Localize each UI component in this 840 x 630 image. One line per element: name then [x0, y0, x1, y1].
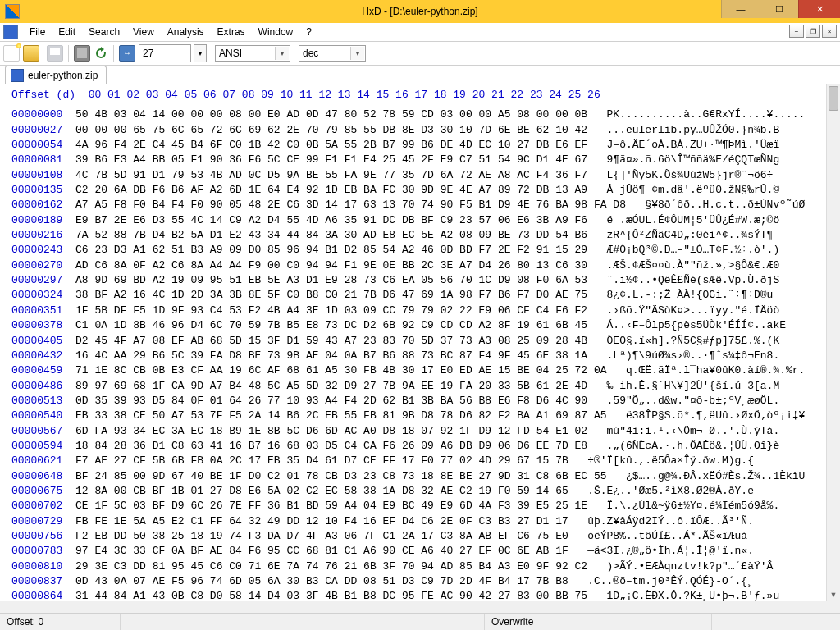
menu-edit[interactable]: Edit [52, 25, 82, 39]
scrollbar-thumb[interactable] [829, 86, 838, 111]
status-empty [712, 614, 840, 630]
tab-strip: euler-python.zip [0, 66, 840, 84]
hex-header: Offset (d) 00 01 02 03 04 05 06 07 08 09… [11, 88, 840, 103]
chevron-down-icon: ▾ [275, 47, 289, 60]
new-file-button[interactable] [3, 45, 20, 62]
document-icon [3, 25, 18, 39]
save-button[interactable] [47, 45, 63, 62]
app-icon [5, 4, 20, 19]
hex-row[interactable]: 00000324 38 BF A2 16 4C 1D 2D 3A 3B 8E 5… [11, 288, 840, 303]
status-bar: Offset: 0 Overwrite [0, 613, 840, 630]
hex-row[interactable]: 00000135 C2 20 6A DB F6 B6 AF A2 6D 1E 6… [11, 183, 840, 198]
hex-row[interactable]: 00000540 EB 33 38 CE 50 A7 53 7F F5 2A 1… [11, 409, 840, 423]
hex-row[interactable]: 00000621 F7 AE 27 CF 5B 6B FB 0A 2C 17 E… [11, 454, 840, 468]
hex-row[interactable]: 00000513 0D 35 39 93 D5 84 0F 01 64 26 7… [11, 394, 840, 409]
status-mode: Overwrite [485, 614, 712, 630]
menu-view[interactable]: View [126, 25, 161, 39]
number-base-value: dec [303, 48, 318, 59]
hex-row[interactable]: 00000567 6D FA 93 34 EC 3A EC 18 B9 1E 8… [11, 424, 840, 439]
hex-row[interactable]: 00000837 0D 43 0A 07 AE F5 96 74 6D 05 6… [11, 574, 840, 589]
hex-row[interactable]: 00000432 16 4C AA 29 B6 5C 39 FA D8 BE 7… [11, 349, 840, 363]
byte-group-button[interactable]: ↔ [119, 45, 135, 62]
hex-row[interactable]: 00000756 F2 EB DD 50 38 25 18 19 74 F3 D… [11, 529, 840, 544]
toolbar-separator [68, 45, 69, 62]
status-offset: Offset: 0 [0, 614, 121, 630]
menu-help[interactable]: ? [299, 25, 318, 39]
mdi-minimize-button[interactable]: − [789, 25, 804, 38]
hex-row[interactable]: 00000702 CE 1F 5C 03 BF D9 6C 26 7E FF 3… [11, 499, 840, 514]
hex-row[interactable]: 00000216 7A 52 88 7B D4 B2 5A D1 E2 43 3… [11, 228, 840, 243]
hex-row[interactable]: 00000594 18 84 28 36 D1 C8 63 41 16 B7 1… [11, 439, 840, 454]
toolbar-separator [113, 45, 114, 62]
hex-row[interactable]: 00000270 AD C6 8A 0F A2 C6 8A A4 A4 F9 0… [11, 258, 840, 273]
menu-analysis[interactable]: Analysis [161, 25, 211, 39]
status-block [121, 614, 485, 630]
toolbar: ↔ ▾ ANSI ▾ dec ▾ [0, 42, 840, 66]
window-minimize-button[interactable]: — [721, 0, 760, 18]
number-base-select[interactable]: dec ▾ [299, 45, 366, 62]
window-maximize-button[interactable]: ☐ [760, 0, 798, 18]
hex-row[interactable]: 00000864 31 44 84 A1 43 0B C8 D0 58 14 D… [11, 589, 840, 601]
hex-row[interactable]: 00000027 00 00 00 65 75 6C 65 72 6C 69 6… [11, 123, 840, 138]
mdi-close-button[interactable]: × [822, 25, 837, 38]
hex-row[interactable]: 00000189 E9 B7 2E E6 D3 55 4C 14 C9 A2 D… [11, 213, 840, 228]
open-file-button[interactable] [23, 45, 39, 62]
hex-row[interactable]: 00000783 97 E4 3C 33 CF 0A BF AE 84 F6 9… [11, 544, 840, 559]
hex-row[interactable]: 00000108 4C 7B 5D 91 D1 79 53 4B AD 0C D… [11, 168, 840, 183]
menu-extras[interactable]: Extras [211, 25, 252, 39]
hex-row[interactable]: 00000054 4A 96 F4 2E C4 45 B4 6F C0 1B 4… [11, 138, 840, 153]
file-tab[interactable]: euler-python.zip [5, 66, 107, 84]
encoding-select[interactable]: ANSI ▾ [215, 45, 290, 62]
hex-row[interactable]: 00000810 29 3E C3 DD 81 95 45 C6 C0 71 6… [11, 559, 840, 574]
hex-row[interactable]: 00000648 BF 24 85 00 9D 67 40 BE 1F D0 C… [11, 469, 840, 484]
title-bar: HxD - [D:\euler-python.zip] — ☐ ✕ [0, 0, 840, 23]
menu-window[interactable]: Window [252, 25, 300, 39]
hex-row[interactable]: 00000486 89 97 69 68 1F CA 9D A7 B4 48 5… [11, 379, 840, 394]
window-title: HxD - [D:\euler-python.zip] [0, 6, 840, 17]
hex-row[interactable]: 00000729 FB FE 1E 5A A5 E2 C1 FF 64 32 4… [11, 514, 840, 529]
file-icon [11, 69, 24, 82]
encoding-value: ANSI [219, 48, 242, 59]
hex-row[interactable]: 00000081 39 B6 E3 A4 BB 05 F1 90 36 F6 5… [11, 153, 840, 167]
vertical-scrollbar[interactable]: ▲ ▼ [826, 84, 840, 601]
hex-row[interactable]: 00000243 C6 23 D3 A1 62 51 B3 A9 09 D0 8… [11, 243, 840, 258]
hex-row[interactable]: 00000000 50 4B 03 04 14 00 00 00 08 00 E… [11, 107, 840, 122]
mdi-restore-button[interactable]: ❐ [806, 25, 820, 38]
hex-row[interactable]: 00000405 D2 45 4F A7 08 EF AB 68 5D 15 3… [11, 334, 840, 349]
tab-label: euler-python.zip [28, 70, 98, 81]
hex-row[interactable]: 00000378 C1 0A 1D 8B 46 96 D4 6C 70 59 7… [11, 318, 840, 333]
chevron-down-icon: ▾ [350, 47, 364, 60]
hex-row[interactable]: 00000351 1F 5B DF F5 1D 9F 93 C4 53 F2 4… [11, 304, 840, 318]
hex-editor[interactable]: Offset (d) 00 01 02 03 04 05 06 07 08 09… [0, 84, 840, 601]
hex-row[interactable]: 00000459 71 1E 8C CB 0B E3 CF AA 19 6C A… [11, 363, 840, 378]
bytes-per-line-input[interactable] [139, 44, 191, 62]
menu-bar: FileEditSearchViewAnalysisExtrasWindow? … [0, 23, 840, 42]
open-ram-button[interactable] [74, 45, 90, 62]
window-close-button[interactable]: ✕ [798, 0, 840, 18]
hex-row[interactable]: 00000675 12 8A 00 CB BF 1B 01 27 D8 E6 5… [11, 484, 840, 499]
hex-row[interactable]: 00000297 A8 9D 69 BD A2 19 09 95 51 EB 5… [11, 273, 840, 288]
hex-row[interactable]: 00000162 A7 A5 F8 F0 B4 F4 F0 90 05 48 2… [11, 198, 840, 212]
refresh-button[interactable] [94, 46, 108, 61]
bytes-per-line-dropdown[interactable]: ▾ [194, 44, 207, 62]
menu-file[interactable]: File [23, 25, 52, 39]
scroll-down-button[interactable]: ▼ [827, 588, 840, 601]
menu-search[interactable]: Search [82, 25, 126, 39]
